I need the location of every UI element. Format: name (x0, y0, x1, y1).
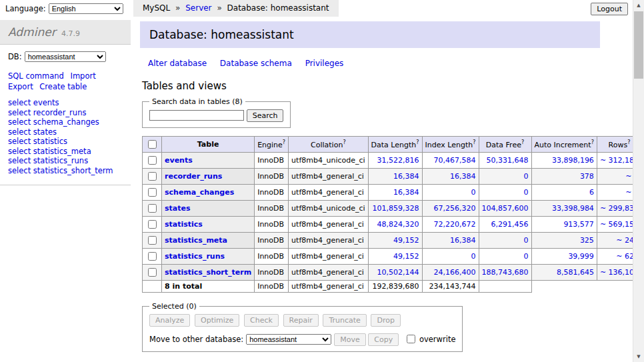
table-link[interactable]: events (33, 98, 59, 107)
auto-increment-link[interactable]: 39,999 (535, 252, 594, 261)
row-checkbox[interactable] (148, 172, 157, 181)
data-length-link[interactable]: 10,502,144 (371, 268, 419, 277)
table-name-link[interactable]: events (165, 156, 193, 165)
select-link[interactable]: select (8, 147, 31, 156)
scrollbar-thumb[interactable] (634, 11, 643, 79)
auto-increment-link[interactable]: 6 (535, 188, 594, 197)
index-length-link[interactable]: 24,166,400 (425, 268, 476, 277)
truncate-button[interactable]: Truncate (323, 314, 366, 327)
data-free-link[interactable]: 188,743,680 (482, 268, 529, 277)
copy-button[interactable]: Copy (368, 333, 399, 346)
select-link[interactable]: select (8, 156, 31, 165)
data-length-link[interactable]: 101,859,328 (371, 204, 419, 213)
table-name-link[interactable]: schema_changes (165, 188, 234, 197)
scroll-down-icon[interactable]: ▼ (633, 351, 644, 362)
index-length-link[interactable]: 0 (425, 252, 476, 261)
alter-database-link[interactable]: Alter database (148, 59, 207, 68)
table-link[interactable]: statistics_runs (33, 156, 88, 165)
repair-button[interactable]: Repair (283, 314, 319, 327)
sql-command-link[interactable]: SQL command (8, 71, 64, 81)
row-checkbox[interactable] (148, 188, 157, 197)
data-free-link[interactable]: 104,857,600 (482, 204, 529, 213)
row-checkbox[interactable] (148, 204, 157, 213)
help-link[interactable]: ? (343, 139, 345, 145)
create-table-link[interactable]: Create table (39, 82, 87, 91)
row-checkbox[interactable] (148, 252, 157, 261)
table-link[interactable]: statistics (33, 137, 67, 146)
move-database-select[interactable]: homeassistant (246, 334, 331, 345)
breadcrumb-server-link[interactable]: Server (185, 3, 211, 13)
index-length-link[interactable]: 67,256,320 (425, 204, 476, 213)
data-length-link[interactable]: 49,152 (371, 236, 419, 245)
help-link[interactable]: ? (627, 139, 630, 145)
move-button[interactable]: Move (334, 333, 366, 346)
table-name-link[interactable]: statistics_short_term (165, 268, 251, 277)
overwrite-checkbox[interactable] (407, 335, 415, 343)
data-length-link[interactable]: 31,522,816 (371, 156, 419, 165)
data-free-link[interactable]: 6,291,456 (482, 220, 529, 229)
privileges-link[interactable]: Privileges (305, 59, 344, 68)
select-link[interactable]: select (8, 117, 31, 127)
select-link[interactable]: select (8, 166, 31, 175)
drop-button[interactable]: Drop (371, 314, 400, 327)
export-link[interactable]: Export (8, 82, 33, 91)
index-length-link[interactable]: 16,384 (425, 172, 476, 181)
data-free-link[interactable]: 0 (482, 172, 529, 181)
help-link[interactable]: ? (473, 139, 475, 145)
data-free-link[interactable]: 0 (482, 188, 529, 197)
auto-increment-link[interactable]: 913,577 (535, 220, 594, 229)
analyze-button[interactable]: Analyze (149, 314, 190, 327)
table-link[interactable]: statistics_meta (33, 147, 91, 156)
help-link[interactable]: ? (591, 139, 594, 145)
table-name-link[interactable]: statistics_meta (165, 236, 227, 245)
select-link[interactable]: select (8, 137, 31, 146)
select-all-checkbox[interactable] (148, 140, 157, 149)
index-length-link[interactable]: 0 (425, 188, 476, 197)
table-link[interactable]: recorder_runs (33, 108, 87, 117)
help-link[interactable]: ? (283, 139, 285, 145)
index-length-link[interactable]: 16,384 (425, 236, 476, 245)
logout-button[interactable]: Logout (591, 3, 628, 15)
index-length-link[interactable]: 72,220,672 (425, 220, 476, 229)
row-checkbox[interactable] (148, 268, 157, 277)
data-length-link[interactable]: 16,384 (371, 188, 419, 197)
row-checkbox[interactable] (148, 220, 157, 229)
search-input[interactable] (149, 110, 244, 121)
auto-increment-link[interactable]: 378 (535, 172, 594, 181)
table-name-link[interactable]: statistics_runs (165, 252, 225, 261)
select-link[interactable]: select (8, 98, 31, 107)
adminer-logo[interactable]: Adminer (8, 25, 56, 39)
select-link[interactable]: select (8, 127, 31, 137)
table-link[interactable]: states (33, 127, 57, 137)
table-name-link[interactable]: states (165, 204, 191, 213)
data-length-link[interactable]: 49,152 (371, 252, 419, 261)
table-link[interactable]: statistics_short_term (33, 166, 113, 175)
optimize-button[interactable]: Optimize (195, 314, 239, 327)
search-button[interactable]: Search (247, 109, 284, 122)
index-length-link[interactable]: 70,467,584 (425, 156, 476, 165)
vertical-scrollbar[interactable]: ▲ ▼ (633, 0, 644, 362)
select-link[interactable]: select (8, 108, 31, 117)
check-button[interactable]: Check (244, 314, 279, 327)
data-length-link[interactable]: 16,384 (371, 172, 419, 181)
auto-increment-link[interactable]: 8,581,645 (535, 268, 594, 277)
data-free-link[interactable]: 0 (482, 236, 529, 245)
help-link[interactable]: ? (521, 139, 524, 145)
language-select[interactable]: English (49, 3, 123, 14)
auto-increment-link[interactable]: 33,898,196 (535, 156, 594, 165)
scroll-up-icon[interactable]: ▲ (633, 0, 644, 11)
database-schema-link[interactable]: Database schema (220, 59, 292, 68)
import-link[interactable]: Import (70, 71, 95, 81)
help-link[interactable]: ? (416, 139, 419, 145)
data-length-link[interactable]: 48,824,320 (371, 220, 419, 229)
table-name-link[interactable]: statistics (165, 220, 203, 229)
table-name-link[interactable]: recorder_runs (165, 172, 222, 181)
table-link[interactable]: schema_changes (33, 117, 99, 127)
db-select[interactable]: homeassistant (25, 51, 106, 62)
row-checkbox[interactable] (148, 156, 157, 165)
row-checkbox[interactable] (148, 236, 157, 245)
auto-increment-link[interactable]: 325 (535, 236, 594, 245)
data-free-link[interactable]: 50,331,648 (482, 156, 529, 165)
auto-increment-link[interactable]: 33,398,984 (535, 204, 594, 213)
data-free-link[interactable]: 0 (482, 252, 529, 261)
